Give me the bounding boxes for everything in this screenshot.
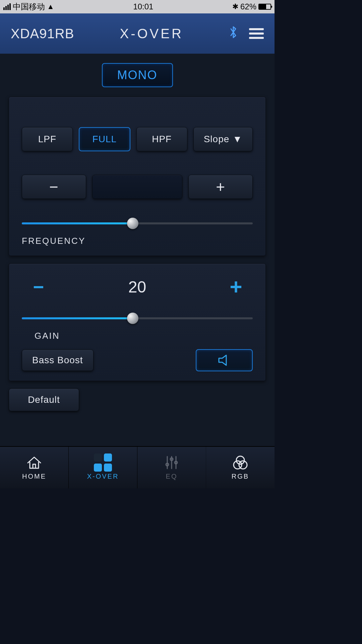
sliders-icon bbox=[164, 455, 179, 470]
clock: 10:01 bbox=[133, 2, 153, 11]
grid-icon bbox=[94, 455, 112, 470]
nav-xover-label: X-OVER bbox=[87, 473, 119, 480]
rgb-icon bbox=[232, 455, 249, 470]
nav-rgb-label: RGB bbox=[232, 473, 249, 480]
bottom-nav: HOME X-OVER EQ bbox=[0, 446, 275, 488]
frequency-label: FREQUENCY bbox=[22, 236, 253, 246]
freq-increase-button[interactable]: + bbox=[188, 175, 253, 199]
chevron-down-icon: ▼ bbox=[233, 134, 242, 145]
frequency-slider-fill bbox=[22, 222, 133, 224]
signal-icon bbox=[3, 3, 11, 10]
svg-point-8 bbox=[239, 461, 247, 469]
mute-button[interactable] bbox=[196, 349, 253, 371]
menu-icon[interactable] bbox=[249, 28, 264, 39]
bluetooth-status-icon: ✱ bbox=[232, 2, 238, 11]
nav-eq-label: EQ bbox=[166, 473, 178, 480]
full-button[interactable]: FULL bbox=[79, 127, 130, 151]
slope-label: Slope bbox=[204, 134, 230, 145]
nav-rgb[interactable]: RGB bbox=[206, 447, 275, 488]
nav-home-label: HOME bbox=[22, 473, 46, 480]
bluetooth-icon[interactable] bbox=[229, 25, 238, 43]
lpf-button[interactable]: LPF bbox=[22, 127, 73, 151]
freq-decrease-button[interactable]: − bbox=[22, 175, 86, 199]
speaker-icon bbox=[218, 355, 231, 366]
battery-icon bbox=[258, 4, 271, 10]
status-bar: 中国移动 ▲ 10:01 ✱ 62% bbox=[0, 0, 275, 13]
battery-pct: 62% bbox=[240, 2, 256, 11]
nav-eq[interactable]: EQ bbox=[137, 447, 206, 488]
freq-value-display bbox=[92, 175, 183, 199]
frequency-panel: LPF FULL HPF Slope ▼ − + FREQUENCY bbox=[9, 97, 266, 256]
gain-slider-fill bbox=[22, 317, 133, 319]
slope-dropdown[interactable]: Slope ▼ bbox=[193, 127, 253, 151]
wifi-icon: ▲ bbox=[47, 2, 54, 11]
home-icon bbox=[26, 455, 42, 470]
gain-panel: − 20 + GAIN Bass Boost bbox=[9, 263, 266, 381]
gain-slider[interactable] bbox=[22, 313, 253, 325]
gain-decrease-button[interactable]: − bbox=[25, 276, 52, 298]
default-button[interactable]: Default bbox=[9, 388, 79, 411]
page-title: X-OVER bbox=[120, 26, 183, 41]
gain-increase-button[interactable]: + bbox=[223, 274, 249, 299]
frequency-slider-thumb[interactable] bbox=[127, 218, 138, 229]
frequency-slider[interactable] bbox=[22, 218, 253, 230]
mono-button[interactable]: MONO bbox=[102, 63, 173, 87]
gain-label: GAIN bbox=[22, 331, 253, 341]
device-name: XDA91RB bbox=[11, 26, 74, 41]
nav-home[interactable]: HOME bbox=[0, 447, 69, 488]
gain-slider-thumb[interactable] bbox=[127, 313, 138, 324]
hpf-button[interactable]: HPF bbox=[136, 127, 187, 151]
bass-boost-button[interactable]: Bass Boost bbox=[22, 350, 94, 371]
svg-point-6 bbox=[236, 456, 244, 464]
app-header: XDA91RB X-OVER bbox=[0, 13, 275, 54]
gain-value: 20 bbox=[52, 278, 223, 296]
carrier-label: 中国移动 bbox=[13, 1, 45, 12]
nav-xover[interactable]: X-OVER bbox=[69, 447, 137, 488]
